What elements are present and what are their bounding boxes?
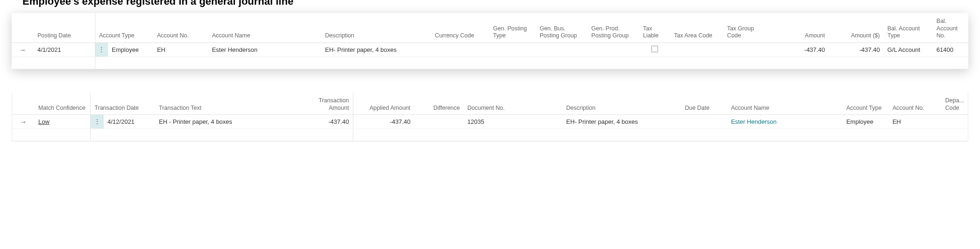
cell-transaction-text[interactable]: EH - Printer paper, 4 boxes [155, 115, 297, 129]
cell-account-type[interactable]: Employee [108, 43, 153, 57]
col-bal-account-no[interactable]: Bal. Account No. [933, 13, 968, 43]
col-due-date[interactable]: Due Date [681, 92, 727, 115]
col-amount[interactable]: Amount [767, 13, 829, 43]
col-account-name[interactable]: Account Name [208, 13, 321, 43]
journal-blank-row[interactable] [12, 57, 968, 69]
page-title: Employee's expense registered in a gener… [0, 0, 980, 13]
cell-account-no[interactable]: EH [153, 43, 208, 57]
recon-table: Match Confidence Transaction Date Transa… [12, 92, 968, 141]
vertical-dots-icon: ⋮ [98, 46, 105, 53]
cell-amount[interactable]: -437.40 [767, 43, 829, 57]
recon-panel: Match Confidence Transaction Date Transa… [12, 92, 968, 142]
col-account-type[interactable]: Account Type [843, 92, 889, 115]
cell-due-date[interactable] [681, 115, 727, 129]
checkbox-unchecked-icon[interactable] [651, 46, 658, 52]
row-select-arrow[interactable]: → [12, 115, 35, 129]
col-account-type[interactable]: Account Type [95, 13, 153, 43]
cell-depa-code[interactable] [941, 115, 968, 129]
col-sep [353, 92, 365, 115]
cell-account-type[interactable]: Employee [843, 115, 889, 129]
cell-account-name[interactable]: Ester Henderson [727, 115, 843, 129]
journal-row[interactable]: → 4/1/2021 ⋮ Employee EH Ester Henderson… [12, 43, 968, 57]
col-transaction-text[interactable]: Transaction Text [155, 92, 297, 115]
arrow-right-icon: → [19, 46, 26, 54]
col-applied-amount[interactable]: Applied Amount [365, 92, 415, 115]
col-amount-local[interactable]: Amount ($) [829, 13, 884, 43]
cell-transaction-date[interactable]: 4/12/2021 [104, 115, 155, 129]
col-difference[interactable]: Difference [414, 92, 464, 115]
col-match-confidence[interactable]: Match Confidence [35, 92, 91, 115]
col-transaction-date[interactable]: Transaction Date [91, 92, 155, 115]
col-transaction-amount[interactable]: Transaction Amount [297, 92, 353, 115]
cell-tax-area-code[interactable] [670, 43, 723, 57]
cell-posting-date[interactable]: 4/1/2021 [34, 43, 95, 57]
col-gen-prod-posting-group[interactable]: Gen. Prod. Posting Group [587, 13, 639, 43]
row-actions-button[interactable]: ⋮ [95, 43, 108, 57]
journal-table: Posting Date Account Type Account No. Ac… [12, 13, 968, 69]
cell-applied-amount[interactable]: -437.40 [365, 115, 415, 129]
cell-difference[interactable] [414, 115, 464, 129]
cell-currency-code[interactable] [431, 43, 489, 57]
cell-sep [353, 115, 365, 129]
cell-transaction-amount[interactable]: -437.40 [297, 115, 353, 129]
cell-description[interactable]: EH- Printer paper, 4 boxes [563, 115, 681, 129]
col-gen-posting-type[interactable]: Gen. Posting Type [489, 13, 536, 43]
journal-header-row: Posting Date Account Type Account No. Ac… [12, 13, 968, 43]
cell-amount-local[interactable]: -437.40 [829, 43, 884, 57]
cell-description[interactable]: EH- Printer paper, 4 boxes [321, 43, 431, 57]
recon-row[interactable]: → Low ⋮ 4/12/2021 EH - Printer paper, 4 … [12, 115, 968, 129]
col-currency-code[interactable]: Currency Code [431, 13, 489, 43]
cell-gen-posting-type[interactable] [489, 43, 536, 57]
col-posting-date[interactable]: Posting Date [34, 13, 95, 43]
col-gen-bus-posting-group[interactable]: Gen. Bus. Posting Group [536, 13, 588, 43]
col-tax-group-code[interactable]: Tax Group Code [723, 13, 767, 43]
col-bal-account-type[interactable]: Bal. Account Type [884, 13, 933, 43]
journal-panel: Posting Date Account Type Account No. Ac… [12, 13, 968, 69]
col-tax-area-code[interactable]: Tax Area Code [670, 13, 723, 43]
cell-tax-group-code[interactable] [723, 43, 767, 57]
recon-header-row: Match Confidence Transaction Date Transa… [12, 92, 968, 115]
col-document-no[interactable]: Document No. [464, 92, 563, 115]
col-account-no[interactable]: Account No. [889, 92, 942, 115]
col-depa-code[interactable]: Depa... Code [941, 92, 968, 115]
vertical-dots-icon: ⋮ [94, 118, 100, 125]
row-actions-button[interactable]: ⋮ [91, 115, 104, 129]
col-description[interactable]: Description [563, 92, 681, 115]
col-account-name[interactable]: Account Name [727, 92, 843, 115]
cell-gen-prod-posting-group[interactable] [587, 43, 639, 57]
cell-match-confidence[interactable]: Low [35, 115, 91, 129]
recon-blank-row[interactable] [12, 129, 968, 141]
col-account-no[interactable]: Account No. [153, 13, 208, 43]
col-description[interactable]: Description [321, 13, 431, 43]
cell-document-no[interactable]: 12035 [464, 115, 563, 129]
account-name-link[interactable]: Ester Henderson [731, 118, 777, 125]
cell-gen-bus-posting-group[interactable] [536, 43, 588, 57]
cell-bal-account-type[interactable]: G/L Account [884, 43, 933, 57]
col-tax-liable[interactable]: Tax Liable [639, 13, 670, 43]
cell-account-no[interactable]: EH [889, 115, 942, 129]
cell-account-name[interactable]: Ester Henderson [208, 43, 321, 57]
cell-tax-liable[interactable] [639, 43, 670, 57]
col-select [12, 13, 34, 43]
arrow-right-icon: → [20, 118, 27, 126]
col-select [12, 92, 35, 115]
row-select-arrow[interactable]: → [12, 43, 34, 57]
cell-bal-account-no[interactable]: 61400 [933, 43, 968, 57]
match-confidence-link[interactable]: Low [38, 118, 50, 125]
